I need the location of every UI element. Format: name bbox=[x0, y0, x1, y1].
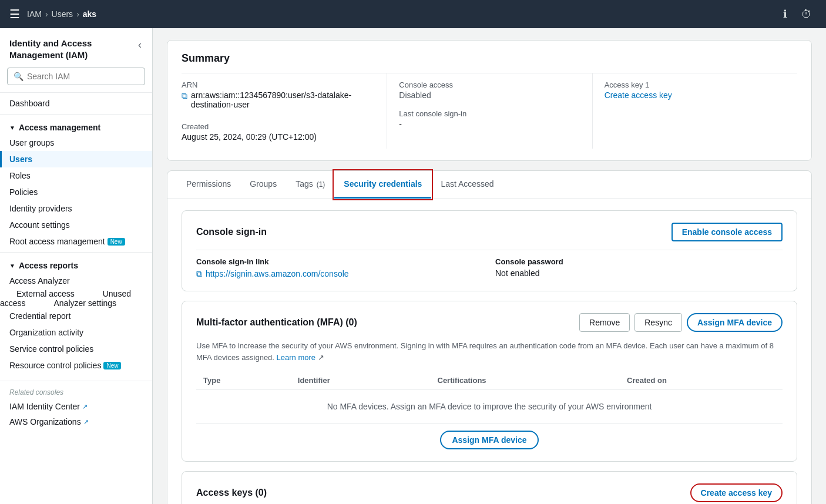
arn-row: ⧉ arn:aws:iam::1234567890:user/s3-datala… bbox=[182, 90, 387, 109]
console-password-value: Not enabled bbox=[495, 268, 783, 278]
related-consoles-label: Related consoles bbox=[0, 384, 152, 399]
console-password-label: Console password bbox=[495, 257, 783, 266]
tab-permissions[interactable]: Permissions bbox=[177, 171, 240, 199]
sidebar-item-roles[interactable]: Roles bbox=[0, 167, 152, 184]
sidebar-item-resource-control[interactable]: Resource control policies New bbox=[0, 357, 152, 374]
created-value: August 25, 2024, 00:29 (UTC+12:00) bbox=[182, 132, 387, 142]
sidebar-title: Identity and Access Management (IAM) bbox=[9, 38, 137, 61]
mfa-empty-row: No MFA devices. Assign an MFA device to … bbox=[196, 390, 783, 424]
mfa-empty-message: No MFA devices. Assign an MFA device to … bbox=[196, 390, 783, 424]
summary-cell-arn: ARN ⧉ arn:aws:iam::1234567890:user/s3-da… bbox=[182, 73, 387, 149]
mfa-table-body: No MFA devices. Assign an MFA device to … bbox=[196, 390, 783, 424]
mfa-resync-btn[interactable]: Resync bbox=[634, 313, 682, 332]
signin-link-value: ⧉ https://signin.aws.amazon.com/console bbox=[196, 268, 483, 279]
last-console-label: Last console sign-in bbox=[399, 109, 592, 118]
sidebar-item-root-access[interactable]: Root access management New bbox=[0, 233, 152, 250]
triangle-icon: ▼ bbox=[9, 125, 15, 131]
breadcrumb-current: aks bbox=[83, 9, 96, 19]
last-console-value: - bbox=[399, 119, 592, 129]
sidebar-section-access-reports[interactable]: ▼ Access reports bbox=[0, 255, 152, 273]
mfa-table-head: Type Identifier Certifications Created o… bbox=[196, 371, 783, 390]
console-signin-title: Console sign-in bbox=[196, 227, 267, 237]
sidebar-item-account-settings[interactable]: Account settings bbox=[0, 217, 152, 233]
signin-link-cell: Console sign-in link ⧉ https://signin.aw… bbox=[196, 257, 483, 279]
external-link-icon-2: ↗ bbox=[83, 418, 89, 426]
access-keys-title: Access keys (0) bbox=[196, 488, 267, 498]
breadcrumb-users[interactable]: Users bbox=[52, 9, 73, 19]
tab-tags[interactable]: Tags (1) bbox=[286, 171, 334, 199]
sidebar-item-aws-organizations[interactable]: AWS Organizations ↗ bbox=[0, 414, 152, 429]
tags-badge: (1) bbox=[317, 180, 325, 189]
access-keys-header: Access keys (0) Create access key bbox=[196, 483, 783, 502]
copy-icon[interactable]: ⧉ bbox=[182, 91, 187, 101]
sidebar-section-access-management[interactable]: ▼ Access management bbox=[0, 117, 152, 135]
tab-last-accessed[interactable]: Last Accessed bbox=[431, 171, 503, 199]
mfa-col-certifications: Certifications bbox=[431, 371, 620, 390]
tab-security-credentials[interactable]: Security credentials bbox=[334, 171, 431, 199]
top-nav-right: ℹ ⏱ bbox=[778, 5, 817, 23]
mfa-col-identifier: Identifier bbox=[291, 371, 431, 390]
sidebar-collapse-btn[interactable]: ‹ bbox=[137, 38, 143, 52]
signin-link-anchor[interactable]: https://signin.aws.amazon.com/console bbox=[206, 269, 349, 278]
access-reports-label: Access reports bbox=[19, 261, 78, 270]
summary-card: Summary ARN ⧉ arn:aws:iam::1234567890:us… bbox=[167, 40, 812, 161]
sidebar-item-dashboard[interactable]: Dashboard bbox=[0, 95, 152, 112]
tabs-header: Permissions Groups Tags (1) Security cre… bbox=[167, 171, 811, 199]
mfa-btn-group: Remove Resync Assign MFA device bbox=[579, 313, 783, 332]
summary-title: Summary bbox=[182, 52, 797, 65]
hamburger-menu[interactable]: ☰ bbox=[9, 7, 20, 21]
sidebar-item-iam-identity-center[interactable]: IAM Identity Center ↗ bbox=[0, 399, 152, 414]
sidebar-item-policies[interactable]: Policies bbox=[0, 184, 152, 200]
breadcrumb: IAM › Users › aks bbox=[27, 9, 96, 19]
search-box: 🔍 bbox=[7, 68, 145, 85]
tab-groups[interactable]: Groups bbox=[240, 171, 286, 199]
sidebar-item-org-activity[interactable]: Organization activity bbox=[0, 324, 152, 341]
mfa-card: Multi-factor authentication (MFA) (0) Re… bbox=[182, 301, 797, 462]
sidebar-item-analyzer-settings[interactable]: Analyzer settings bbox=[37, 295, 126, 311]
console-signin-card: Console sign-in Enable console access Co… bbox=[182, 210, 797, 291]
mfa-learn-more[interactable]: Learn more bbox=[277, 353, 315, 362]
search-input[interactable] bbox=[27, 72, 139, 81]
mfa-assign-center: Assign MFA device bbox=[196, 431, 783, 449]
access-key-label: Access key 1 bbox=[605, 80, 797, 89]
console-access-value: Disabled bbox=[399, 90, 592, 100]
summary-cell-access-key: Access key 1 Create access key bbox=[592, 73, 797, 149]
console-signin-header: Console sign-in Enable console access bbox=[196, 223, 783, 241]
mfa-description: Use MFA to increase the security of your… bbox=[196, 340, 783, 363]
signin-link-label: Console sign-in link bbox=[196, 257, 483, 266]
new-badge-2: New bbox=[103, 362, 121, 369]
breadcrumb-iam[interactable]: IAM bbox=[27, 9, 42, 19]
mfa-assign-btn-center[interactable]: Assign MFA device bbox=[440, 431, 538, 449]
tabs-container: Permissions Groups Tags (1) Security cre… bbox=[167, 170, 812, 504]
sidebar-item-users[interactable]: Users bbox=[0, 151, 152, 167]
mfa-table: Type Identifier Certifications Created o… bbox=[196, 371, 783, 424]
top-nav: ☰ IAM › Users › aks ℹ ⏱ bbox=[0, 0, 826, 28]
summary-cell-console: Console access Disabled Last console sig… bbox=[387, 73, 592, 149]
sidebar: Identity and Access Management (IAM) ‹ 🔍… bbox=[0, 28, 153, 504]
console-password-cell: Console password Not enabled bbox=[495, 257, 783, 279]
mfa-col-created: Created on bbox=[620, 371, 783, 390]
sidebar-item-service-control[interactable]: Service control policies bbox=[0, 341, 152, 357]
access-keys-card: Access keys (0) Create access key Use ac… bbox=[182, 471, 797, 504]
created-label: Created bbox=[182, 122, 387, 131]
create-access-key-link-summary[interactable]: Create access key bbox=[605, 90, 672, 100]
create-access-key-btn[interactable]: Create access key bbox=[690, 483, 783, 502]
arn-label: ARN bbox=[182, 80, 387, 89]
copy-icon-signin[interactable]: ⧉ bbox=[196, 269, 202, 279]
mfa-col-type: Type bbox=[196, 371, 291, 390]
new-badge: New bbox=[108, 238, 125, 246]
enable-console-access-btn[interactable]: Enable console access bbox=[671, 223, 783, 241]
mfa-assign-btn-top[interactable]: Assign MFA device bbox=[687, 313, 783, 332]
mfa-header: Multi-factor authentication (MFA) (0) Re… bbox=[196, 313, 783, 332]
info-icon-btn[interactable]: ℹ bbox=[778, 5, 792, 23]
tabs-content: Console sign-in Enable console access Co… bbox=[167, 199, 811, 504]
access-management-label: Access management bbox=[19, 123, 100, 132]
summary-grid: ARN ⧉ arn:aws:iam::1234567890:user/s3-da… bbox=[182, 73, 797, 149]
sidebar-item-identity-providers[interactable]: Identity providers bbox=[0, 200, 152, 217]
mfa-remove-btn[interactable]: Remove bbox=[579, 313, 630, 332]
settings-icon-btn[interactable]: ⏱ bbox=[797, 5, 817, 23]
sidebar-header: Identity and Access Management (IAM) ‹ bbox=[0, 28, 152, 65]
external-link-icon-1: ↗ bbox=[82, 403, 88, 411]
sidebar-item-user-groups[interactable]: User groups bbox=[0, 135, 152, 151]
console-access-label: Console access bbox=[399, 80, 592, 89]
